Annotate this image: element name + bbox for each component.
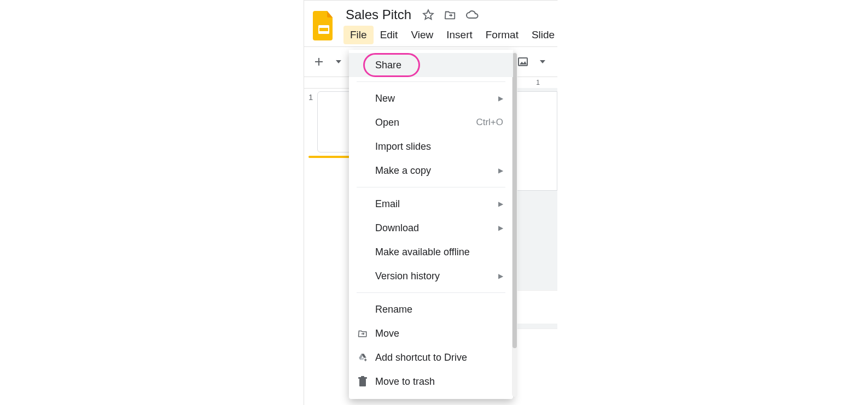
file-menu-email[interactable]: Email ▶	[349, 192, 513, 216]
submenu-arrow-icon: ▶	[498, 224, 503, 232]
ruler-tick-label: 1	[536, 79, 540, 86]
submenu-arrow-icon: ▶	[498, 200, 503, 208]
menu-slide[interactable]: Slide	[525, 26, 561, 44]
file-menu-trash-label: Move to trash	[375, 376, 503, 388]
scrollbar-thumb[interactable]	[512, 53, 517, 348]
file-menu-shortcut-label: Add shortcut to Drive	[375, 352, 503, 363]
title-row: Sales Pitch	[343, 6, 550, 24]
slides-logo-icon	[312, 9, 336, 42]
document-title[interactable]: Sales Pitch	[343, 6, 413, 24]
file-menu-copy-label: Make a copy	[375, 165, 498, 177]
file-menu-make-a-copy[interactable]: Make a copy ▶	[349, 159, 513, 183]
move-folder-icon	[357, 327, 369, 339]
menu-view[interactable]: View	[404, 26, 440, 44]
drive-add-icon	[357, 351, 369, 363]
trash-icon	[357, 375, 369, 388]
separator	[357, 81, 505, 82]
separator	[357, 187, 505, 187]
file-menu-email-label: Email	[375, 198, 498, 210]
file-menu-import-slides[interactable]: Import slides	[349, 134, 513, 159]
file-menu-rename[interactable]: Rename	[349, 297, 513, 321]
file-menu-move-to-trash[interactable]: Move to trash	[349, 369, 513, 394]
cloud-status-icon[interactable]	[465, 8, 479, 22]
file-menu-add-shortcut[interactable]: Add shortcut to Drive	[349, 345, 513, 369]
file-menu-open-label: Open	[375, 117, 476, 128]
slide-number: 1	[308, 91, 313, 102]
file-menu-download-label: Download	[375, 222, 498, 234]
file-menu-open[interactable]: Open Ctrl+O	[349, 110, 513, 134]
menu-insert[interactable]: Insert	[440, 26, 479, 44]
title-col: Sales Pitch	[343, 6, 550, 44]
separator	[357, 292, 505, 293]
file-menu-dropdown: Share New ▶ Open Ctrl+O Import slides Ma…	[349, 50, 513, 399]
file-menu-share[interactable]: Share	[349, 53, 513, 77]
svg-rect-5	[359, 379, 366, 386]
file-menu-offline-label: Make available offline	[375, 246, 503, 258]
file-menu-import-label: Import slides	[375, 141, 503, 152]
file-menu-new[interactable]: New ▶	[349, 86, 513, 110]
star-icon[interactable]	[421, 8, 435, 22]
file-menu-open-shortcut: Ctrl+O	[476, 117, 503, 128]
file-menu-rename-label: Rename	[375, 304, 503, 315]
submenu-arrow-icon: ▶	[498, 95, 503, 102]
move-to-folder-icon[interactable]	[443, 8, 457, 22]
menu-file[interactable]: File	[343, 26, 374, 44]
submenu-arrow-icon: ▶	[498, 167, 503, 174]
svg-rect-1	[319, 28, 328, 31]
app-frame: Sales Pitch	[304, 0, 558, 405]
menu-format[interactable]: Format	[479, 26, 525, 44]
file-menu-move[interactable]: Move	[349, 321, 513, 345]
file-menu-share-label: Share	[375, 60, 503, 71]
menu-bar: File Edit View Insert Format Slide	[343, 26, 550, 44]
menu-edit[interactable]: Edit	[374, 26, 405, 44]
submenu-arrow-icon: ▶	[498, 272, 503, 280]
title-bar: Sales Pitch	[304, 1, 557, 44]
new-slide-button[interactable]	[310, 52, 328, 71]
file-menu-move-label: Move	[375, 328, 503, 339]
new-slide-dropdown-icon[interactable]	[329, 52, 348, 71]
file-menu-new-label: New	[375, 93, 498, 104]
insert-image-dropdown-icon[interactable]	[533, 52, 552, 71]
file-menu-download[interactable]: Download ▶	[349, 216, 513, 240]
file-menu-version-history[interactable]: Version history ▶	[349, 264, 513, 288]
file-menu-history-label: Version history	[375, 271, 498, 282]
file-menu-make-available-offline[interactable]: Make available offline	[349, 240, 513, 264]
svg-rect-7	[361, 376, 364, 378]
